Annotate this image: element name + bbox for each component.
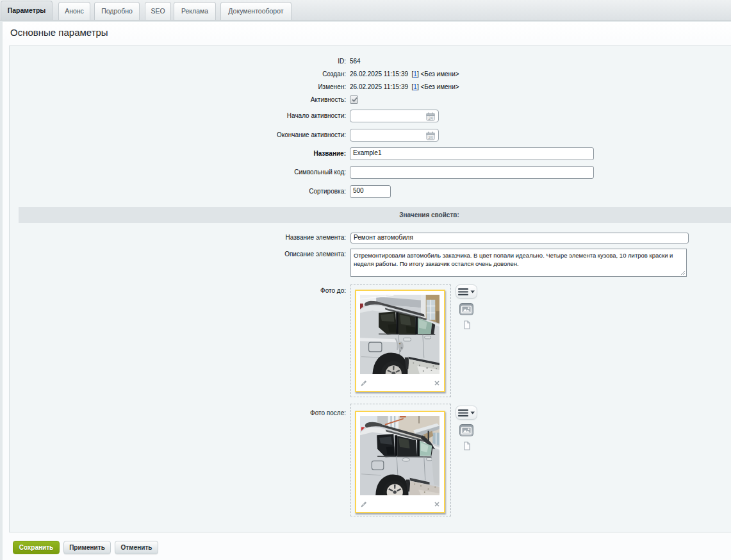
svg-text:24: 24 <box>428 116 433 120</box>
svg-text:24: 24 <box>428 135 433 140</box>
